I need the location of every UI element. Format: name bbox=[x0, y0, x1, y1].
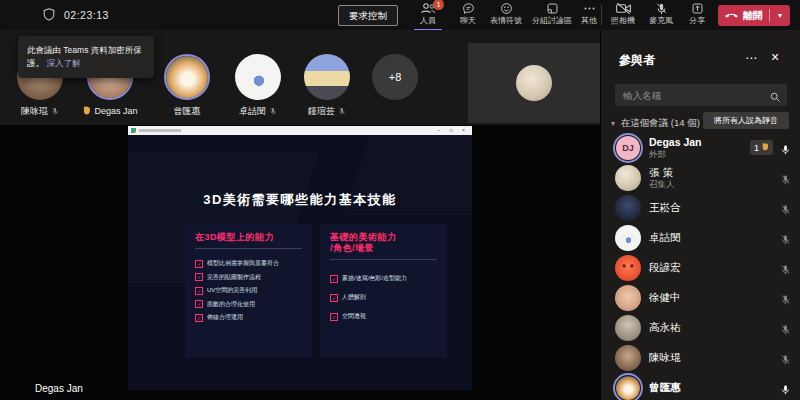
search-box[interactable] bbox=[615, 84, 787, 106]
pinned-video-tile[interactable] bbox=[468, 43, 600, 123]
raised-hand-icon bbox=[761, 142, 769, 153]
mic-muted-icon[interactable] bbox=[780, 291, 791, 309]
mic-muted-icon[interactable] bbox=[780, 351, 791, 369]
filmstrip-tile[interactable]: 鍾瑄芸 bbox=[292, 54, 362, 118]
mic-muted-icon bbox=[338, 107, 346, 117]
tab-breakout-rooms[interactable]: 分組討論區 bbox=[526, 2, 578, 29]
section-header[interactable]: ▾ 在這個會議 (14 個) bbox=[611, 117, 700, 130]
speaking-ring: DJ bbox=[613, 133, 643, 163]
meeting-timer: 02:23:13 bbox=[64, 9, 109, 21]
slide-item: 面數的合理化使用 bbox=[207, 300, 255, 309]
avatar bbox=[615, 285, 641, 311]
avatar: DJ bbox=[616, 136, 640, 160]
participant-row[interactable]: 卓詰閔 bbox=[601, 223, 800, 253]
participant-name: 卓詰閔 bbox=[649, 231, 681, 245]
search-icon bbox=[769, 89, 781, 107]
filmstrip-tile[interactable]: 卓詰閔 bbox=[223, 54, 293, 118]
mic-muted-icon[interactable] bbox=[780, 261, 791, 279]
participant-name: 曾匯惠 bbox=[649, 381, 681, 395]
leave-label: 離開 bbox=[743, 9, 763, 23]
mic-muted-icon[interactable] bbox=[780, 231, 791, 249]
window-minimize-button[interactable]: – bbox=[437, 127, 444, 133]
raised-hand-badge: 1 bbox=[750, 140, 773, 155]
mic-toggle-button[interactable]: 麥克風 bbox=[642, 2, 680, 29]
app-icon bbox=[131, 128, 136, 133]
window-close-button[interactable]: × bbox=[462, 127, 469, 133]
window-maximize-button[interactable]: □ bbox=[450, 127, 457, 133]
panel-close-icon[interactable]: × bbox=[771, 49, 779, 65]
tab-people[interactable]: 1 人員 bbox=[406, 2, 450, 29]
mic-on-icon[interactable] bbox=[780, 381, 791, 399]
participant-name: 王崧合 bbox=[649, 201, 681, 215]
checkbox-icon bbox=[330, 275, 338, 283]
avatar bbox=[615, 165, 641, 191]
slide-item: 空間透視 bbox=[342, 312, 366, 321]
presentation-slide: 3D美術需要哪些能力基本技能 在3D模型上的能力 模型比例需掌握與原畫符合 完善… bbox=[128, 135, 472, 390]
mute-all-button[interactable]: 將所有人設為靜音 bbox=[703, 112, 789, 129]
participant-row[interactable]: 徐健中 bbox=[601, 283, 800, 313]
panel-title: 參與者 bbox=[619, 52, 655, 69]
participant-row[interactable]: DJ Degas Jan 外部 1 bbox=[601, 133, 800, 163]
chevron-down-icon[interactable]: ▾ bbox=[770, 11, 790, 20]
participant-row[interactable]: 陳咏琨 bbox=[601, 343, 800, 373]
device-label: 分享 bbox=[680, 16, 714, 25]
participant-role: 召集人 bbox=[649, 179, 675, 191]
panel-heading: 基礎的美術能力 /角色/場景 bbox=[330, 232, 437, 254]
shared-screen-stage: – □ × 3D美術需要哪些能力基本技能 在3D模型上的能力 模型比例需掌握與原… bbox=[0, 125, 600, 400]
mic-muted-icon[interactable] bbox=[780, 171, 791, 189]
participant-name: 陳咏琨 bbox=[21, 105, 48, 118]
participant-row[interactable]: 高永祐 bbox=[601, 313, 800, 343]
slide-item: 素描/速寫/色彩/造型能力 bbox=[342, 274, 407, 283]
share-button[interactable]: 分享 bbox=[680, 2, 714, 29]
slide-panel-left: 在3D模型上的能力 模型比例需掌握與原畫符合 完善的貼圖製作流程 UV空間的完善… bbox=[185, 224, 312, 358]
tab-label: 人員 bbox=[406, 16, 450, 25]
checkbox-icon bbox=[195, 260, 203, 268]
participant-name: 陳咏琨 bbox=[649, 351, 681, 365]
shield-icon bbox=[42, 7, 56, 26]
mic-muted-icon bbox=[51, 107, 59, 117]
participant-name: 張 策 bbox=[649, 166, 673, 180]
camera-toggle-button[interactable]: 照相機 bbox=[604, 2, 642, 29]
participant-name: 段諺宏 bbox=[649, 261, 681, 275]
tab-chat[interactable]: 聊天 bbox=[450, 2, 486, 29]
slide-panel-right: 基礎的美術能力 /角色/場景 素描/速寫/色彩/造型能力 人體解剖 空間透視 bbox=[320, 224, 447, 358]
checkbox-icon bbox=[330, 294, 338, 302]
avatar bbox=[615, 225, 641, 251]
share-screen-icon bbox=[680, 2, 714, 15]
tab-reactions[interactable]: 表情符號 bbox=[486, 2, 526, 29]
filmstrip-tile[interactable]: 曾匯惠 bbox=[152, 54, 222, 118]
checkbox-icon bbox=[195, 314, 203, 322]
avatar bbox=[235, 54, 281, 100]
panel-heading: 在3D模型上的能力 bbox=[195, 232, 302, 243]
avatar bbox=[615, 315, 641, 341]
request-control-button[interactable]: 要求控制 bbox=[338, 5, 398, 26]
tab-more[interactable]: 其他 bbox=[578, 2, 600, 29]
tab-label: 分組討論區 bbox=[526, 16, 578, 25]
participant-row[interactable]: 王崧合 bbox=[601, 193, 800, 223]
slide-item: 人體解剖 bbox=[342, 293, 366, 302]
panel-more-icon[interactable]: ⋯ bbox=[745, 51, 757, 65]
search-input[interactable] bbox=[615, 84, 781, 106]
participant-row[interactable]: 曾匯惠 bbox=[601, 373, 800, 400]
participant-row[interactable]: 段諺宏 bbox=[601, 253, 800, 283]
window-title-text bbox=[139, 129, 181, 132]
checkbox-icon bbox=[195, 287, 203, 295]
tab-label: 表情符號 bbox=[486, 16, 526, 25]
chevron-down-icon: ▾ bbox=[611, 119, 615, 128]
checkbox-icon bbox=[195, 300, 203, 308]
breakout-rooms-icon bbox=[526, 2, 578, 15]
overflow-count[interactable]: +8 bbox=[372, 54, 418, 100]
mic-on-icon[interactable] bbox=[780, 141, 791, 159]
emoji-icon bbox=[486, 2, 526, 15]
mic-muted-icon[interactable] bbox=[780, 321, 791, 339]
participant-row[interactable]: 張 策 召集人 bbox=[601, 163, 800, 193]
leave-button[interactable]: 離開 ▾ bbox=[718, 5, 790, 26]
slide-item: 佈線合理運用 bbox=[207, 313, 243, 322]
overflow-tile[interactable]: +8 bbox=[360, 54, 430, 100]
shared-window-titlebar: – □ × bbox=[128, 126, 472, 135]
participant-name: 鍾瑄芸 bbox=[308, 105, 335, 118]
participant-name: Degas Jan bbox=[94, 106, 137, 116]
raised-hand-icon bbox=[82, 105, 91, 118]
mic-muted-icon[interactable] bbox=[780, 201, 791, 219]
learn-more-link[interactable]: 深入了解 bbox=[46, 58, 80, 68]
